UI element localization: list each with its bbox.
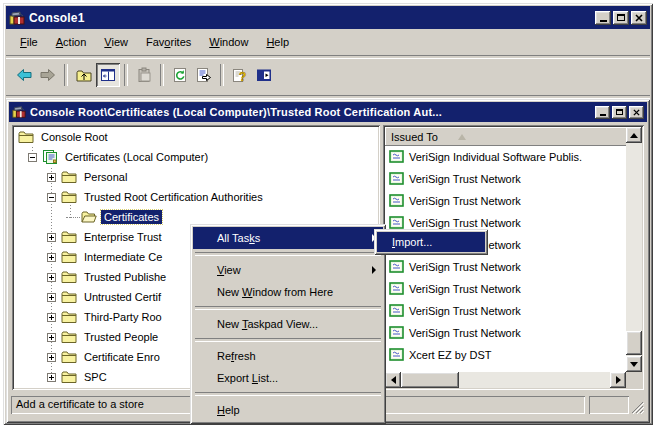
certificate-icon <box>389 325 405 341</box>
child-close-button[interactable] <box>629 106 644 119</box>
scrollbar-corner <box>626 372 642 388</box>
submenu-arrow-icon <box>372 266 376 274</box>
scroll-left-button[interactable] <box>385 372 401 388</box>
list-row[interactable]: VeriSign Individual Software Publis. <box>385 146 626 168</box>
expand-icon[interactable] <box>47 293 56 302</box>
up-one-level-icon <box>76 67 92 83</box>
folder-icon <box>61 169 77 185</box>
folder-icon <box>61 329 77 345</box>
scroll-right-button[interactable] <box>610 372 626 388</box>
list-row[interactable]: VeriSign Trust Network <box>385 256 626 278</box>
expand-icon[interactable] <box>47 353 56 362</box>
child-maximize-button[interactable] <box>612 106 627 119</box>
certificate-icon <box>389 193 405 209</box>
export-list-icon <box>196 67 212 83</box>
folder-icon <box>61 309 77 325</box>
menubar: File Action View Favorites Window Help <box>6 31 650 53</box>
toolbar-separator <box>124 64 128 86</box>
resize-grip[interactable] <box>631 401 644 414</box>
list-row[interactable]: VeriSign Trust Network <box>385 190 626 212</box>
collapse-icon[interactable] <box>47 193 56 202</box>
horizontal-scrollbar[interactable] <box>385 372 626 388</box>
menu-item-all-tasks[interactable]: All Tasks <box>193 227 383 249</box>
refresh-button[interactable] <box>168 63 192 87</box>
expand-icon[interactable] <box>47 313 56 322</box>
minimize-button[interactable] <box>595 11 611 25</box>
tree-connector-stub <box>66 217 80 218</box>
folder-icon <box>61 229 77 245</box>
horizontal-scroll-thumb[interactable] <box>401 372 459 388</box>
menu-item-new-window-from-here[interactable]: New Window from Here <box>193 281 383 303</box>
toolbar-separator <box>64 64 68 86</box>
up-one-level-button[interactable] <box>72 63 96 87</box>
scroll-up-button[interactable] <box>626 127 642 143</box>
menu-separator <box>195 306 381 310</box>
child-titlebar[interactable]: Console Root\Certificates (Local Compute… <box>9 102 647 122</box>
vertical-scrollbar[interactable] <box>626 127 642 372</box>
main-titlebar[interactable]: Console1 <box>6 6 650 29</box>
refresh-icon <box>172 67 188 83</box>
tree-item-personal[interactable]: Personal <box>14 167 378 187</box>
vertical-scroll-thumb[interactable] <box>626 331 642 355</box>
tree-item-certificates-local-computer[interactable]: Certificates (Local Computer) <box>14 147 378 167</box>
menu-help[interactable]: Help <box>257 34 298 50</box>
certificates-snapin-icon <box>42 149 58 165</box>
action-pane-button[interactable] <box>252 63 276 87</box>
toolbar <box>6 59 650 91</box>
desktop: { "colors": { "titlebar": "#13216d", "hi… <box>0 0 656 428</box>
minimize-icon <box>600 114 606 116</box>
menu-favorites[interactable]: Favorites <box>137 34 200 50</box>
folder-icon <box>61 369 77 385</box>
scroll-down-button[interactable] <box>626 356 642 372</box>
child-window-title: Console Root\Certificates (Local Compute… <box>30 106 442 118</box>
collapse-icon[interactable] <box>28 153 37 162</box>
folder-icon <box>61 189 77 205</box>
toolbar-separator <box>220 64 224 86</box>
expand-icon[interactable] <box>47 173 56 182</box>
tree-item-console-root[interactable]: Console Root <box>14 127 378 147</box>
expand-icon[interactable] <box>47 373 56 382</box>
certificate-icon <box>389 171 405 187</box>
menu-action[interactable]: Action <box>47 34 96 50</box>
certificate-icon <box>389 281 405 297</box>
close-icon <box>635 14 643 22</box>
forward-button[interactable] <box>36 63 60 87</box>
menu-view[interactable]: View <box>95 34 137 50</box>
expand-icon[interactable] <box>47 333 56 342</box>
menu-item-view[interactable]: View <box>193 259 383 281</box>
status-text: Add a certificate to a store <box>11 396 144 410</box>
maximize-icon <box>617 14 625 21</box>
tree-item-trusted-root-certification-authorities[interactable]: Trusted Root Certification Authorities <box>14 187 378 207</box>
menu-item-help[interactable]: Help <box>193 399 383 421</box>
menu-file[interactable]: File <box>11 34 47 50</box>
list-pane: Issued To VeriSign Individual Software P… <box>383 125 644 390</box>
list-row[interactable]: VeriSign Trust Network <box>385 278 626 300</box>
scroll-left-icon <box>391 376 396 384</box>
export-list-button[interactable] <box>192 63 216 87</box>
expand-icon[interactable] <box>47 253 56 262</box>
maximize-button[interactable] <box>613 11 629 25</box>
list-row[interactable]: VeriSign Trust Network <box>385 168 626 190</box>
expand-icon[interactable] <box>47 273 56 282</box>
list-row[interactable]: Xcert EZ by DST <box>385 344 626 366</box>
list-row[interactable]: VeriSign Trust Network <box>385 300 626 322</box>
menu-item-export-list[interactable]: Export List... <box>193 367 383 389</box>
menu-item-refresh[interactable]: Refresh <box>193 345 383 367</box>
back-icon <box>16 67 32 83</box>
folder-icon <box>61 249 77 265</box>
expand-icon[interactable] <box>47 233 56 242</box>
show-console-tree-button[interactable] <box>96 63 120 87</box>
list-row[interactable]: VeriSign Trust Network <box>385 322 626 344</box>
menu-item-import[interactable]: Import... <box>377 232 485 252</box>
child-minimize-button[interactable] <box>595 106 610 119</box>
menu-separator <box>195 338 381 342</box>
back-button[interactable] <box>12 63 36 87</box>
menu-window[interactable]: Window <box>200 34 257 50</box>
copy-button[interactable] <box>132 63 156 87</box>
column-header-issued-to[interactable]: Issued To <box>385 127 632 146</box>
help-icon <box>232 67 248 83</box>
close-button[interactable] <box>631 11 647 25</box>
help-button[interactable] <box>228 63 252 87</box>
menu-item-new-taskpad-view[interactable]: New Taskpad View... <box>193 313 383 335</box>
minimize-icon <box>600 20 607 22</box>
